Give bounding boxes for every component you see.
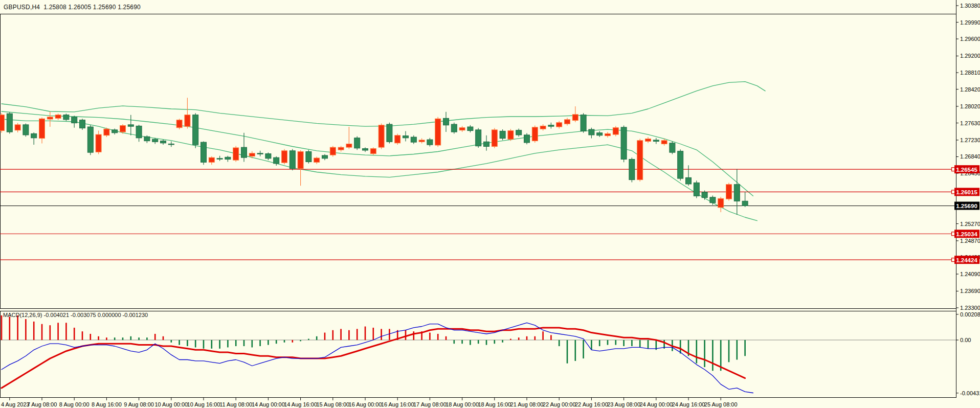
candle-body — [500, 131, 505, 138]
price-tag-label: 1.26015 — [956, 189, 977, 195]
candle-body — [403, 136, 409, 138]
time-axis-label: 24 Aug 16:00 — [672, 401, 705, 407]
candle-body — [282, 151, 287, 163]
time-axis-label: 10 Aug 16:00 — [187, 401, 220, 407]
candle-body — [508, 131, 514, 140]
time-axis-label: 8 Aug 16:00 — [92, 401, 122, 407]
candle-body — [548, 125, 554, 127]
candle-body — [112, 130, 118, 133]
price-axis-label: 1.27630 — [960, 120, 980, 126]
candle-body — [605, 133, 611, 135]
candle-body — [217, 158, 222, 159]
time-axis-label: 11 Aug 08:00 — [219, 401, 252, 407]
candle-body — [289, 151, 295, 169]
time-axis-label: 8 Aug 00:00 — [59, 401, 90, 407]
candle-body — [152, 139, 158, 142]
candle-body — [670, 143, 675, 152]
price-axis-label: 1.24870 — [960, 238, 980, 244]
price-axis-label: 1.23300 — [960, 305, 980, 311]
time-axis-label: 24 Aug 00:00 — [639, 401, 673, 407]
candle-body — [653, 140, 659, 142]
time-axis-label: 21 Aug 08:00 — [510, 401, 544, 407]
price-axis-label: 1.28420 — [960, 86, 980, 93]
candle-body — [241, 147, 247, 157]
price-axis-label: 1.29200 — [960, 53, 980, 59]
time-axis-label: 22 Aug 16:00 — [575, 401, 608, 407]
price-axis-label: 1.28810 — [960, 70, 980, 76]
macd-axis-label: -0.004312 — [960, 390, 980, 396]
candle-body — [467, 127, 473, 131]
time-axis-label: 14 Aug 16:00 — [284, 401, 317, 407]
macd-axis-label: 0.002086 — [960, 311, 980, 318]
candle-body — [136, 126, 142, 138]
symbol-ohlc-title: GBPUSD,H4 1.25808 1.26005 1.25690 1.2569… — [4, 4, 141, 11]
candle-body — [702, 192, 707, 198]
candle-body — [161, 141, 166, 143]
candle-body — [492, 130, 497, 147]
candle-body — [47, 117, 53, 119]
candle-body — [233, 148, 239, 160]
candle-body — [435, 119, 441, 145]
candle-body — [0, 115, 5, 131]
candle-body — [322, 155, 328, 158]
time-axis-label: 14 Aug 00:00 — [252, 401, 285, 407]
candle-body — [265, 154, 271, 158]
candle-body — [193, 115, 198, 145]
candle-body — [613, 128, 618, 134]
candle-body — [532, 127, 538, 141]
candle-body — [144, 137, 150, 141]
time-axis-label: 17 Aug 08:00 — [413, 401, 447, 407]
candle-body — [168, 144, 174, 144]
time-axis-label: 10 Aug 00:00 — [154, 401, 188, 407]
price-axis-label: 1.28020 — [960, 103, 980, 109]
candle-body — [249, 153, 255, 156]
candle-body — [96, 134, 101, 152]
candle-body — [419, 140, 425, 142]
candle-body — [23, 125, 29, 135]
candle-body — [370, 149, 376, 154]
candle-body — [476, 130, 481, 146]
price-axis-label: 1.30380 — [960, 3, 980, 9]
candle-body — [572, 115, 578, 121]
candle-body — [72, 117, 77, 123]
candle-body — [298, 151, 303, 168]
candle-body — [306, 151, 311, 162]
candle-body — [726, 185, 732, 199]
candle-body — [31, 133, 37, 138]
candle-body — [710, 197, 716, 203]
candle-body — [516, 130, 522, 135]
candle-body — [80, 120, 85, 128]
price-axis-label: 1.24090 — [960, 271, 980, 277]
price-axis-label: 1.29600 — [960, 36, 980, 42]
candle-body — [314, 158, 320, 162]
candle-body — [176, 120, 182, 128]
candle-body — [63, 115, 69, 120]
candle-body — [565, 120, 570, 124]
candle-body — [629, 160, 635, 180]
bollinger-upper-band — [2, 82, 765, 127]
candle-body — [484, 142, 489, 146]
candle-body — [128, 125, 133, 126]
candle-body — [686, 177, 692, 184]
candle-body — [621, 127, 627, 160]
candle-body — [443, 118, 449, 125]
price-axis-label: 1.26840 — [960, 153, 980, 160]
candle-body — [87, 127, 93, 152]
candle-body — [556, 123, 562, 127]
candle-body — [678, 151, 683, 178]
price-tag-label: 1.24424 — [956, 257, 977, 263]
candle-body — [225, 157, 231, 159]
candle-body — [363, 149, 368, 150]
candle-body — [7, 114, 12, 132]
candle-body — [637, 141, 643, 180]
price-chart-canvas[interactable]: 1.303801.299901.296001.292001.288101.284… — [0, 0, 980, 408]
time-axis-label: 9 Aug 08:00 — [124, 401, 154, 407]
price-axis-label: 1.29990 — [960, 19, 980, 26]
price-axis-label: 1.23690 — [960, 288, 980, 294]
candle-body — [55, 115, 61, 119]
time-axis-label: 16 Aug 16:00 — [381, 401, 414, 407]
trading-chart-window: GBPUSD,H4 1.25808 1.26005 1.25690 1.2569… — [0, 0, 980, 408]
candle-body — [338, 147, 344, 150]
time-axis-label: 15 Aug 08:00 — [316, 401, 349, 407]
candle-body — [524, 135, 530, 143]
